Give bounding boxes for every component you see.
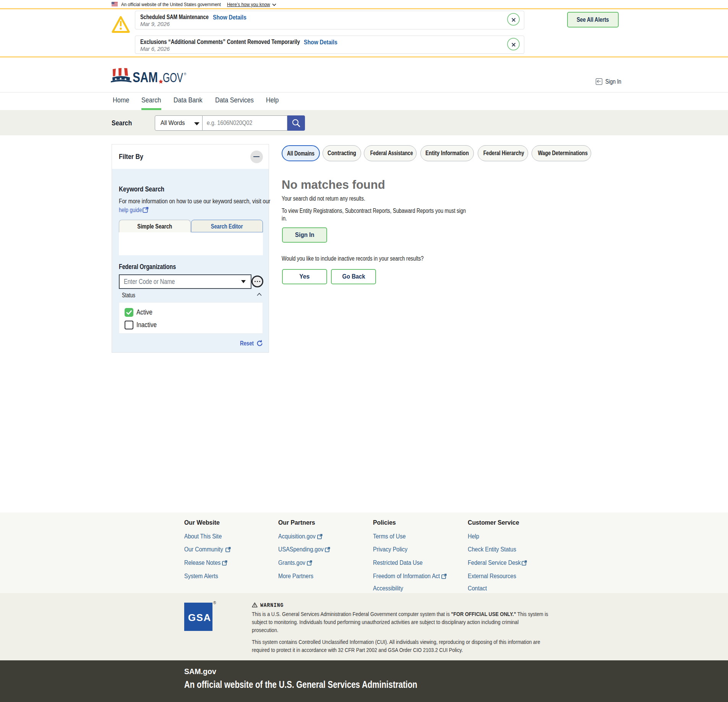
svg-text:GOV: GOV bbox=[163, 70, 183, 85]
svg-text:SAM: SAM bbox=[133, 70, 158, 85]
svg-text:®: ® bbox=[184, 72, 186, 76]
